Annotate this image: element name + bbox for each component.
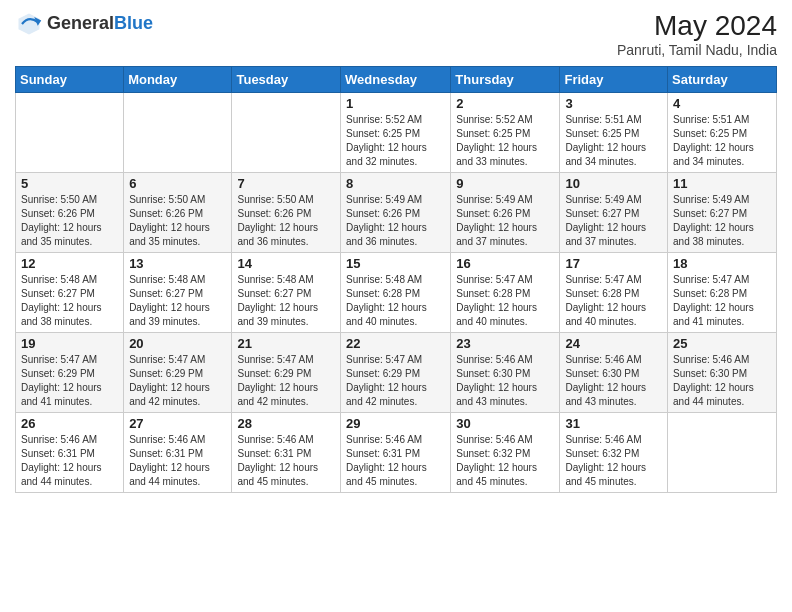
day-info: Sunrise: 5:46 AM Sunset: 6:31 PM Dayligh…: [21, 433, 118, 489]
week-row-2: 5Sunrise: 5:50 AM Sunset: 6:26 PM Daylig…: [16, 173, 777, 253]
calendar-cell-w4-d5: 24Sunrise: 5:46 AM Sunset: 6:30 PM Dayli…: [560, 333, 668, 413]
day-info: Sunrise: 5:48 AM Sunset: 6:27 PM Dayligh…: [21, 273, 118, 329]
day-number: 20: [129, 336, 226, 351]
month-year: May 2024: [617, 10, 777, 42]
day-info: Sunrise: 5:48 AM Sunset: 6:27 PM Dayligh…: [237, 273, 335, 329]
calendar-cell-w4-d2: 21Sunrise: 5:47 AM Sunset: 6:29 PM Dayli…: [232, 333, 341, 413]
logo-general: General: [47, 14, 114, 34]
day-number: 24: [565, 336, 662, 351]
calendar-cell-w2-d6: 11Sunrise: 5:49 AM Sunset: 6:27 PM Dayli…: [668, 173, 777, 253]
calendar-cell-w5-d5: 31Sunrise: 5:46 AM Sunset: 6:32 PM Dayli…: [560, 413, 668, 493]
day-number: 15: [346, 256, 445, 271]
logo-text: GeneralBlue: [47, 14, 153, 34]
day-info: Sunrise: 5:46 AM Sunset: 6:30 PM Dayligh…: [673, 353, 771, 409]
day-info: Sunrise: 5:49 AM Sunset: 6:27 PM Dayligh…: [565, 193, 662, 249]
day-info: Sunrise: 5:46 AM Sunset: 6:31 PM Dayligh…: [129, 433, 226, 489]
day-number: 26: [21, 416, 118, 431]
day-info: Sunrise: 5:52 AM Sunset: 6:25 PM Dayligh…: [346, 113, 445, 169]
day-number: 2: [456, 96, 554, 111]
page: GeneralBlue May 2024 Panruti, Tamil Nadu…: [0, 0, 792, 612]
calendar-cell-w3-d6: 18Sunrise: 5:47 AM Sunset: 6:28 PM Dayli…: [668, 253, 777, 333]
day-number: 25: [673, 336, 771, 351]
day-number: 11: [673, 176, 771, 191]
calendar-cell-w4-d4: 23Sunrise: 5:46 AM Sunset: 6:30 PM Dayli…: [451, 333, 560, 413]
calendar-cell-w5-d0: 26Sunrise: 5:46 AM Sunset: 6:31 PM Dayli…: [16, 413, 124, 493]
day-info: Sunrise: 5:51 AM Sunset: 6:25 PM Dayligh…: [565, 113, 662, 169]
col-tuesday: Tuesday: [232, 67, 341, 93]
day-number: 5: [21, 176, 118, 191]
day-info: Sunrise: 5:49 AM Sunset: 6:26 PM Dayligh…: [346, 193, 445, 249]
header: GeneralBlue May 2024 Panruti, Tamil Nadu…: [15, 10, 777, 58]
day-number: 28: [237, 416, 335, 431]
col-monday: Monday: [124, 67, 232, 93]
calendar-cell-w5-d4: 30Sunrise: 5:46 AM Sunset: 6:32 PM Dayli…: [451, 413, 560, 493]
calendar-cell-w1-d2: [232, 93, 341, 173]
day-number: 8: [346, 176, 445, 191]
calendar-cell-w1-d6: 4Sunrise: 5:51 AM Sunset: 6:25 PM Daylig…: [668, 93, 777, 173]
day-info: Sunrise: 5:46 AM Sunset: 6:30 PM Dayligh…: [565, 353, 662, 409]
col-wednesday: Wednesday: [341, 67, 451, 93]
calendar-cell-w1-d3: 1Sunrise: 5:52 AM Sunset: 6:25 PM Daylig…: [341, 93, 451, 173]
day-info: Sunrise: 5:47 AM Sunset: 6:29 PM Dayligh…: [21, 353, 118, 409]
day-number: 23: [456, 336, 554, 351]
day-number: 7: [237, 176, 335, 191]
day-number: 14: [237, 256, 335, 271]
day-number: 6: [129, 176, 226, 191]
calendar-cell-w2-d4: 9Sunrise: 5:49 AM Sunset: 6:26 PM Daylig…: [451, 173, 560, 253]
calendar-cell-w2-d1: 6Sunrise: 5:50 AM Sunset: 6:26 PM Daylig…: [124, 173, 232, 253]
day-info: Sunrise: 5:51 AM Sunset: 6:25 PM Dayligh…: [673, 113, 771, 169]
day-info: Sunrise: 5:46 AM Sunset: 6:32 PM Dayligh…: [565, 433, 662, 489]
day-number: 13: [129, 256, 226, 271]
week-row-4: 19Sunrise: 5:47 AM Sunset: 6:29 PM Dayli…: [16, 333, 777, 413]
calendar-cell-w3-d5: 17Sunrise: 5:47 AM Sunset: 6:28 PM Dayli…: [560, 253, 668, 333]
day-info: Sunrise: 5:49 AM Sunset: 6:26 PM Dayligh…: [456, 193, 554, 249]
day-info: Sunrise: 5:46 AM Sunset: 6:30 PM Dayligh…: [456, 353, 554, 409]
day-info: Sunrise: 5:46 AM Sunset: 6:31 PM Dayligh…: [346, 433, 445, 489]
day-number: 3: [565, 96, 662, 111]
day-number: 31: [565, 416, 662, 431]
day-info: Sunrise: 5:52 AM Sunset: 6:25 PM Dayligh…: [456, 113, 554, 169]
calendar-cell-w4-d0: 19Sunrise: 5:47 AM Sunset: 6:29 PM Dayli…: [16, 333, 124, 413]
calendar-cell-w5-d6: [668, 413, 777, 493]
calendar-cell-w2-d3: 8Sunrise: 5:49 AM Sunset: 6:26 PM Daylig…: [341, 173, 451, 253]
col-sunday: Sunday: [16, 67, 124, 93]
location: Panruti, Tamil Nadu, India: [617, 42, 777, 58]
calendar-cell-w3-d0: 12Sunrise: 5:48 AM Sunset: 6:27 PM Dayli…: [16, 253, 124, 333]
day-info: Sunrise: 5:47 AM Sunset: 6:28 PM Dayligh…: [673, 273, 771, 329]
calendar-cell-w4-d3: 22Sunrise: 5:47 AM Sunset: 6:29 PM Dayli…: [341, 333, 451, 413]
day-info: Sunrise: 5:50 AM Sunset: 6:26 PM Dayligh…: [21, 193, 118, 249]
day-info: Sunrise: 5:48 AM Sunset: 6:27 PM Dayligh…: [129, 273, 226, 329]
day-info: Sunrise: 5:49 AM Sunset: 6:27 PM Dayligh…: [673, 193, 771, 249]
calendar-cell-w4-d6: 25Sunrise: 5:46 AM Sunset: 6:30 PM Dayli…: [668, 333, 777, 413]
day-number: 1: [346, 96, 445, 111]
calendar-cell-w2-d0: 5Sunrise: 5:50 AM Sunset: 6:26 PM Daylig…: [16, 173, 124, 253]
day-number: 12: [21, 256, 118, 271]
calendar-cell-w5-d3: 29Sunrise: 5:46 AM Sunset: 6:31 PM Dayli…: [341, 413, 451, 493]
logo: GeneralBlue: [15, 10, 153, 38]
calendar-cell-w1-d4: 2Sunrise: 5:52 AM Sunset: 6:25 PM Daylig…: [451, 93, 560, 173]
logo-blue: Blue: [114, 14, 153, 34]
day-number: 10: [565, 176, 662, 191]
day-info: Sunrise: 5:48 AM Sunset: 6:28 PM Dayligh…: [346, 273, 445, 329]
calendar-cell-w3-d2: 14Sunrise: 5:48 AM Sunset: 6:27 PM Dayli…: [232, 253, 341, 333]
day-number: 4: [673, 96, 771, 111]
day-info: Sunrise: 5:47 AM Sunset: 6:28 PM Dayligh…: [565, 273, 662, 329]
week-row-1: 1Sunrise: 5:52 AM Sunset: 6:25 PM Daylig…: [16, 93, 777, 173]
calendar-cell-w3-d4: 16Sunrise: 5:47 AM Sunset: 6:28 PM Dayli…: [451, 253, 560, 333]
day-number: 27: [129, 416, 226, 431]
calendar-header-row: Sunday Monday Tuesday Wednesday Thursday…: [16, 67, 777, 93]
calendar-cell-w1-d1: [124, 93, 232, 173]
day-info: Sunrise: 5:47 AM Sunset: 6:29 PM Dayligh…: [237, 353, 335, 409]
calendar-table: Sunday Monday Tuesday Wednesday Thursday…: [15, 66, 777, 493]
day-number: 21: [237, 336, 335, 351]
day-info: Sunrise: 5:47 AM Sunset: 6:29 PM Dayligh…: [129, 353, 226, 409]
calendar-cell-w3-d3: 15Sunrise: 5:48 AM Sunset: 6:28 PM Dayli…: [341, 253, 451, 333]
calendar-cell-w1-d5: 3Sunrise: 5:51 AM Sunset: 6:25 PM Daylig…: [560, 93, 668, 173]
day-number: 18: [673, 256, 771, 271]
day-number: 16: [456, 256, 554, 271]
calendar-cell-w1-d0: [16, 93, 124, 173]
day-info: Sunrise: 5:50 AM Sunset: 6:26 PM Dayligh…: [237, 193, 335, 249]
col-thursday: Thursday: [451, 67, 560, 93]
day-number: 17: [565, 256, 662, 271]
calendar-cell-w5-d2: 28Sunrise: 5:46 AM Sunset: 6:31 PM Dayli…: [232, 413, 341, 493]
